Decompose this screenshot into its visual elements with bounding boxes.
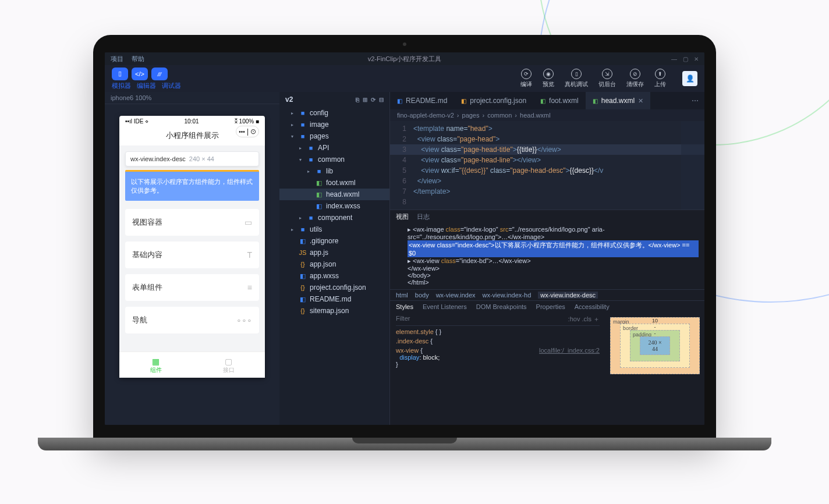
file-pages[interactable]: ▾■pages: [279, 130, 389, 142]
card-form[interactable]: 表单组件≡: [125, 274, 259, 301]
editor-label: 编辑器: [137, 81, 156, 90]
file-app.js[interactable]: JSapp.js: [279, 247, 389, 258]
ide-window: 项目 帮助 v2-FinClip小程序开发工具 — ▢ ✕ ▯ </> ⫻: [105, 52, 704, 425]
file-.gitignore[interactable]: ◧.gitignore: [279, 235, 389, 247]
preview-button[interactable]: ◉预览: [543, 69, 554, 88]
dom-tree[interactable]: ▸ <wx-image class="index-logo" src="../r…: [390, 223, 704, 289]
subtab-DOM Breakpoints[interactable]: DOM Breakpoints: [476, 303, 527, 310]
tab-README.md[interactable]: ◧README.md: [390, 92, 454, 109]
project-root[interactable]: v2: [285, 95, 293, 104]
menu-help[interactable]: 帮助: [132, 55, 144, 63]
tab-foot.wxml[interactable]: ◧foot.wxml: [533, 92, 586, 109]
collapse-icon[interactable]: ⊟: [379, 97, 384, 103]
crumb-fino-applet-demo-v2[interactable]: fino-applet-demo-v2: [397, 112, 454, 119]
api-icon: ▢: [192, 357, 265, 366]
file-README.md[interactable]: ◧README.md: [279, 293, 389, 305]
file-utils[interactable]: ▸■utils: [279, 223, 389, 235]
file-head.wxml[interactable]: ◧head.wxml: [279, 189, 389, 200]
avatar[interactable]: 👤: [682, 71, 697, 86]
clear-cache-button[interactable]: ⊘清缓存: [626, 69, 644, 88]
file-config[interactable]: ▸■config: [279, 107, 389, 119]
editor-tabs: ◧README.md◧project.config.json◧foot.wxml…: [390, 92, 704, 109]
refresh-icon[interactable]: ⟳: [371, 97, 375, 103]
crumb-common[interactable]: common: [487, 112, 512, 119]
crumb2-wx-view.index-hd[interactable]: wx-view.index-hd: [483, 292, 532, 299]
box-model: margin 10 border- padding- 240 × 44: [605, 313, 704, 379]
tab-head.wxml[interactable]: ◧head.wxml✕: [586, 92, 650, 109]
crumb2-html[interactable]: html: [396, 292, 408, 299]
laptop-mock: 项目 帮助 v2-FinClip小程序开发工具 — ▢ ✕ ▯ </> ⫻: [93, 35, 716, 450]
crumb-head.wxml[interactable]: head.wxml: [520, 112, 551, 119]
card-navigation[interactable]: 导航∘∘∘: [125, 307, 259, 333]
file-sitemap.json[interactable]: {}sitemap.json: [279, 305, 389, 317]
text-icon: T: [247, 250, 252, 260]
menu-project[interactable]: 项目: [111, 55, 123, 63]
close-icon[interactable]: ✕: [694, 56, 699, 62]
debugger-label: 调试器: [162, 81, 181, 90]
styles-panel[interactable]: Filter :hov .cls ＋ element.style { }.ind…: [390, 313, 605, 379]
tabs-more[interactable]: ⋯: [686, 97, 704, 105]
code-editor[interactable]: 1<template name="head">2 <view class="pa…: [390, 121, 704, 210]
remote-debug-button[interactable]: ▯真机调试: [565, 69, 588, 88]
compile-button[interactable]: ⟳编译: [520, 69, 532, 88]
new-folder-icon[interactable]: ⊞: [363, 97, 367, 103]
toolbar-right: ⟳编译 ◉预览 ▯真机调试 ⇲切后台 ⊘清缓存 ⬆上传 👤: [520, 69, 697, 88]
simulator-panel: iphone6 100% ••ıl IDE ⋄ 10:01 ⁑ 100% ■ 小…: [105, 92, 279, 425]
tab-project.config.json[interactable]: ◧project.config.json: [454, 92, 533, 109]
grid-icon: ▦: [119, 357, 192, 366]
filter-input[interactable]: Filter: [396, 315, 410, 324]
breadcrumb: fino-applet-demo-v2›pages›common›head.wx…: [390, 109, 704, 121]
simulator-status: iphone6 100%: [105, 92, 279, 104]
file-explorer: v2 ⎘ ⊞ ⟳ ⊟ ▸■config▸■image▾■pages▸■API▾■…: [279, 92, 390, 425]
subtab-Accessibility[interactable]: Accessibility: [575, 303, 610, 310]
file-app.wxss[interactable]: ◧app.wxss: [279, 270, 389, 282]
main-toolbar: ▯ </> ⫻ 模拟器 编辑器 调试器 ⟳编译 ◉预览 ▯真机调试 ⇲切后台: [105, 65, 704, 92]
capsule-button[interactable]: •••|⊙: [236, 126, 259, 137]
file-app.json[interactable]: {}app.json: [279, 258, 389, 270]
file-API[interactable]: ▸■API: [279, 142, 389, 154]
subtab-Event Listeners[interactable]: Event Listeners: [423, 303, 467, 310]
new-file-icon[interactable]: ⎘: [356, 97, 359, 103]
file-index.wxss[interactable]: ◧index.wxss: [279, 200, 389, 212]
background-button[interactable]: ⇲切后台: [598, 69, 616, 88]
subtab-Properties[interactable]: Properties: [536, 303, 565, 310]
devtab-log[interactable]: 日志: [417, 212, 430, 221]
crumb2-wx-view.index-desc[interactable]: wx-view.index-desc: [538, 292, 598, 299]
phone-frame: ••ıl IDE ⋄ 10:01 ⁑ 100% ■ 小程序组件展示 •••|⊙ …: [119, 116, 265, 378]
crumb2-wx-view.index[interactable]: wx-view.index: [436, 292, 476, 299]
devtab-view[interactable]: 视图: [396, 212, 409, 221]
battery-icon: ⁑ 100% ■: [235, 118, 259, 125]
inspect-tooltip: wx-view.index-desc240 × 44: [125, 151, 259, 166]
minimap[interactable]: [681, 121, 704, 210]
crumb2-body[interactable]: body: [415, 292, 429, 299]
editor-panel: ◧README.md◧project.config.json◧foot.wxml…: [390, 92, 704, 425]
rect-icon: ▭: [245, 218, 252, 227]
file-project.config.json[interactable]: {}project.config.json: [279, 282, 389, 293]
close-tab-icon[interactable]: ✕: [638, 97, 643, 105]
simulator-label: 模拟器: [112, 81, 131, 90]
upload-button[interactable]: ⬆上传: [654, 69, 666, 88]
card-basic-content[interactable]: 基础内容T: [125, 242, 259, 268]
simulator-toggle[interactable]: ▯: [112, 68, 128, 80]
minimize-icon[interactable]: —: [671, 56, 677, 62]
clock: 10:01: [185, 118, 199, 125]
file-image[interactable]: ▸■image: [279, 119, 389, 130]
crumb-pages[interactable]: pages: [462, 112, 480, 119]
subtab-Styles[interactable]: Styles: [396, 303, 413, 310]
file-foot.wxml[interactable]: ◧foot.wxml: [279, 177, 389, 189]
file-lib[interactable]: ▸■lib: [279, 165, 389, 177]
maximize-icon[interactable]: ▢: [683, 56, 688, 62]
debugger-toggle[interactable]: ⫻: [151, 68, 168, 80]
file-common[interactable]: ▾■common: [279, 154, 389, 165]
filter-controls[interactable]: :hov .cls ＋: [568, 315, 600, 324]
file-component[interactable]: ▸■component: [279, 212, 389, 223]
highlighted-element[interactable]: 以下将展示小程序官方组件能力，组件样式仅供参考。: [125, 170, 259, 201]
tab-component[interactable]: ▦组件: [119, 352, 192, 378]
editor-toggle[interactable]: </>: [132, 68, 148, 80]
tab-api[interactable]: ▢接口: [192, 352, 265, 378]
user-icon: 👤: [686, 74, 695, 83]
list-icon: ≡: [247, 283, 252, 292]
window-title: v2-FinClip小程序开发工具: [368, 55, 442, 63]
page-title: 小程序组件展示: [166, 127, 219, 145]
card-view-container[interactable]: 视图容器▭: [125, 209, 259, 236]
